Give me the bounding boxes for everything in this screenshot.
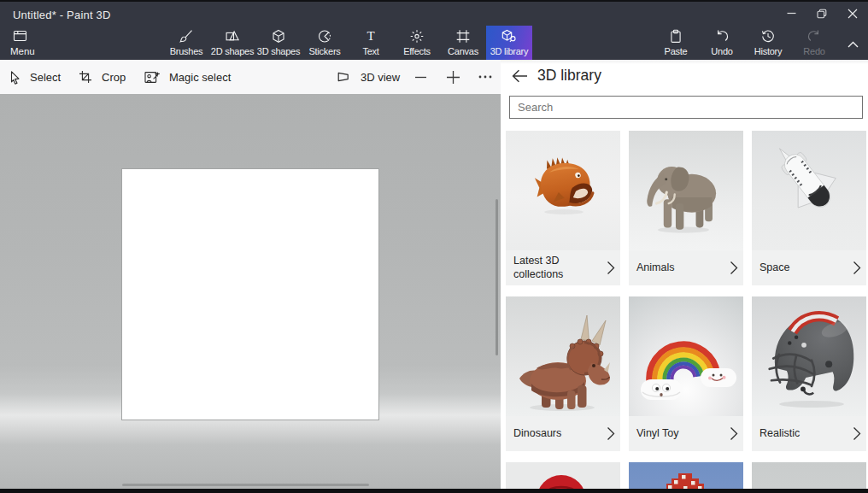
chevron-right-icon: [724, 261, 743, 275]
action-label: Paste: [649, 46, 702, 56]
redo-button[interactable]: Redo: [791, 26, 837, 60]
card-footer: Dinosaurs: [506, 416, 620, 451]
tab-text[interactable]: T Text: [348, 26, 394, 60]
zoom-in-button[interactable]: [445, 60, 460, 94]
card-footer: Vinyl Toy: [629, 416, 743, 451]
zoom-out-button[interactable]: [413, 60, 428, 94]
back-arrow-icon: [512, 69, 528, 83]
library-card-latest-3d-collections[interactable]: Latest 3D collections: [506, 131, 620, 285]
library-card-animals[interactable]: Animals: [629, 131, 743, 285]
drawing-canvas[interactable]: [121, 168, 379, 420]
space-shuttle-model-image: [752, 131, 866, 250]
more-options-button[interactable]: [478, 60, 493, 94]
undo-icon: [715, 29, 730, 47]
tab-label: Canvas: [437, 46, 490, 56]
brushes-icon: [179, 29, 194, 47]
fish-model-image: [506, 131, 620, 250]
chevron-up-icon: [847, 41, 859, 48]
elephant-model-image: [629, 131, 743, 250]
2d-shapes-icon: [226, 29, 240, 47]
crop-tool[interactable]: Crop: [79, 60, 126, 94]
ribbon-actions: Paste Undo: [653, 26, 837, 60]
action-label: Redo: [788, 46, 841, 56]
restore-icon: [817, 9, 827, 19]
canvas-icon: [456, 29, 471, 47]
history-icon: [761, 29, 776, 47]
history-button[interactable]: History: [745, 26, 791, 60]
select-label: Select: [30, 71, 61, 84]
card-label: Space: [752, 261, 847, 275]
chevron-right-icon: [847, 426, 866, 441]
tab-effects[interactable]: Effects: [394, 26, 440, 60]
card-label: Dinosaurs: [506, 427, 601, 441]
workspace: [0, 94, 501, 493]
3d-view-icon: [337, 70, 350, 84]
card-label: Realistic: [752, 427, 847, 441]
menu-icon: [13, 29, 27, 46]
minimize-icon: [787, 9, 796, 18]
window-controls: [776, 0, 868, 26]
3d-library-panel: 3D library: [501, 60, 868, 493]
horizontal-scrollbar[interactable]: [122, 484, 369, 486]
window-bottom-edge: [0, 489, 868, 493]
ribbon: Menu Brushes 2D shap: [0, 27, 868, 60]
tab-canvas[interactable]: Canvas: [440, 26, 486, 60]
paste-icon: [669, 29, 683, 47]
chevron-right-icon: [847, 261, 866, 275]
tab-label: 2D shapes: [206, 46, 259, 56]
3d-view-toggle[interactable]: 3D view: [337, 60, 400, 94]
tab-label: Effects: [390, 46, 443, 56]
effects-icon: [410, 29, 425, 47]
football-helmet-model-image: [752, 296, 866, 416]
3d-library-icon: [501, 29, 518, 47]
crop-icon: [79, 70, 92, 84]
card-footer: Animals: [629, 250, 743, 285]
ribbon-tabs: Brushes 2D shapes 3D sha: [163, 26, 532, 60]
minimize-button[interactable]: [776, 0, 806, 26]
library-card-dinosaurs[interactable]: Dinosaurs: [506, 296, 620, 451]
menu-label: Menu: [10, 46, 35, 56]
card-label: Vinyl Toy: [629, 427, 724, 441]
tab-label: Text: [344, 46, 397, 56]
paste-button[interactable]: Paste: [653, 26, 699, 60]
back-button[interactable]: [508, 65, 531, 87]
chevron-right-icon: [601, 426, 620, 441]
tab-2d-shapes[interactable]: 2D shapes: [209, 26, 255, 60]
card-footer: Latest 3D collections: [506, 250, 620, 285]
paint3d-window: Untitled* - Paint 3D: [0, 0, 868, 493]
close-button[interactable]: [837, 0, 868, 26]
select-tool[interactable]: Select: [9, 60, 61, 94]
tab-brushes[interactable]: Brushes: [163, 26, 209, 60]
titlebar: Untitled* - Paint 3D: [0, 0, 868, 27]
tab-label: Brushes: [160, 46, 213, 56]
tab-stickers[interactable]: Stickers: [302, 26, 348, 60]
tab-3d-shapes[interactable]: 3D shapes: [255, 26, 302, 60]
magic-select-tool[interactable]: Magic select: [144, 60, 231, 94]
vertical-scrollbar[interactable]: [496, 199, 498, 355]
tab-3d-library[interactable]: 3D library: [486, 26, 532, 60]
restore-button[interactable]: [806, 0, 837, 26]
tab-label: 3D library: [483, 46, 536, 56]
menu-button[interactable]: Menu: [5, 27, 48, 60]
card-footer: Realistic: [752, 416, 866, 451]
collapse-ribbon-button[interactable]: [841, 34, 865, 55]
library-card-vinyl-toy[interactable]: Vinyl Toy: [629, 296, 743, 451]
plus-icon: [446, 70, 460, 85]
3d-shapes-icon: [272, 29, 286, 47]
undo-button[interactable]: Undo: [699, 26, 745, 60]
library-card-realistic[interactable]: Realistic: [752, 296, 866, 451]
search-input[interactable]: [509, 96, 863, 119]
library-card-space[interactable]: Space: [752, 131, 866, 285]
tools-bar: Select Crop Magic select: [0, 60, 501, 94]
triceratops-model-image: [506, 296, 620, 416]
action-label: Undo: [695, 46, 748, 56]
window-title: Untitled* - Paint 3D: [13, 0, 111, 27]
redo-icon: [807, 29, 822, 47]
card-footer: Space: [752, 250, 866, 285]
chevron-right-icon: [724, 426, 743, 441]
card-label: Animals: [629, 261, 724, 275]
ellipsis-icon: [478, 75, 492, 79]
3d-view-label: 3D view: [361, 71, 400, 84]
card-label: Latest 3D collections: [506, 255, 601, 281]
chevron-right-icon: [601, 261, 620, 275]
